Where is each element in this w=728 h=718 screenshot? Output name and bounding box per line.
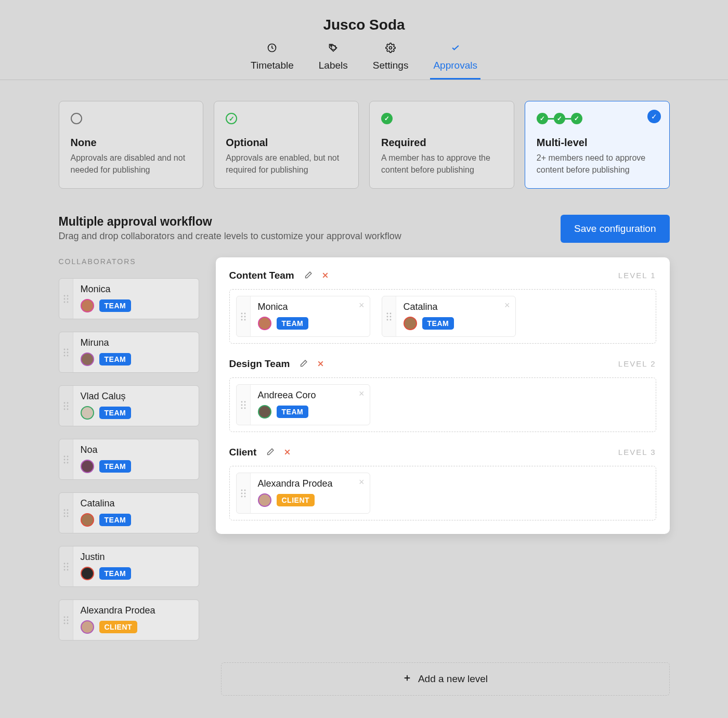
option-title: Multi-level: [537, 137, 658, 149]
svg-point-58: [244, 401, 245, 402]
option-none[interactable]: None Approvals are disabled and not need…: [59, 101, 204, 189]
avatar: [258, 493, 271, 507]
delete-level-button[interactable]: [281, 446, 294, 459]
drag-handle-icon[interactable]: [237, 296, 250, 336]
svg-point-50: [244, 319, 245, 320]
svg-point-33: [63, 563, 65, 564]
svg-point-9: [63, 348, 65, 350]
remove-member-icon[interactable]: ×: [359, 389, 365, 398]
svg-point-19: [63, 408, 65, 410]
avatar: [258, 405, 271, 419]
person-name: Justin: [81, 552, 191, 563]
delete-level-button[interactable]: [314, 357, 327, 370]
tab-label: Settings: [373, 60, 409, 71]
collaborator-card[interactable]: Noa TEAM: [59, 439, 199, 480]
level-dropzone[interactable]: × Monica TEAM × Catalina TEAM: [229, 289, 656, 344]
remove-member-icon[interactable]: ×: [359, 477, 365, 487]
tab-labels[interactable]: Labels: [319, 43, 348, 80]
remove-member-icon[interactable]: ×: [359, 301, 365, 310]
collaborator-card[interactable]: Miruna TEAM: [59, 332, 199, 373]
drag-handle-icon[interactable]: [59, 493, 73, 533]
option-desc: Approvals are disabled and not needed fo…: [71, 152, 192, 176]
svg-point-35: [63, 566, 65, 567]
delete-level-button[interactable]: [319, 269, 332, 282]
drag-handle-icon[interactable]: [59, 386, 73, 426]
svg-point-60: [244, 404, 245, 406]
plus-icon: [402, 673, 412, 685]
avatar: [81, 460, 94, 473]
edit-level-button[interactable]: [297, 357, 310, 370]
section-subtitle: Drag and drop collaborators and create l…: [59, 231, 401, 242]
svg-point-29: [63, 512, 65, 514]
save-configuration-button[interactable]: Save configuration: [561, 215, 669, 243]
collaborator-card[interactable]: Alexandra Prodea CLIENT: [59, 599, 199, 641]
option-required[interactable]: ✓ Required A member has to approve the c…: [369, 101, 514, 189]
avatar: [81, 406, 94, 420]
member-card[interactable]: × Catalina TEAM: [382, 296, 516, 337]
role-badge: TEAM: [99, 353, 132, 365]
svg-point-57: [241, 401, 242, 402]
edit-level-button[interactable]: [302, 269, 315, 282]
drag-handle-icon[interactable]: [59, 279, 73, 319]
level-block: Design Team LEVEL 2 × Andreea Coro TEAM: [229, 357, 656, 432]
svg-point-37: [63, 569, 65, 570]
person-name: Vlad Caluș: [81, 391, 191, 402]
role-badge: TEAM: [99, 567, 132, 580]
svg-point-40: [67, 616, 68, 618]
approval-options: None Approvals are disabled and not need…: [59, 101, 670, 189]
level-title: Design Team: [229, 358, 290, 370]
level-title: Content Team: [229, 270, 294, 281]
tab-label: Timetable: [251, 60, 294, 71]
svg-point-51: [386, 312, 388, 314]
tab-approvals[interactable]: Approvals: [433, 43, 477, 80]
person-name: Monica: [258, 302, 362, 312]
drag-handle-icon[interactable]: [59, 600, 73, 640]
option-multi-level[interactable]: ✓ ✓ ✓ ✓ Multi-level 2+ members need to a…: [525, 101, 670, 189]
option-desc: Approvals are enabled, but not required …: [226, 152, 347, 176]
collaborator-card[interactable]: Justin TEAM: [59, 546, 199, 587]
avatar: [404, 317, 417, 330]
collaborator-card[interactable]: Monica TEAM: [59, 278, 199, 319]
level-dropzone[interactable]: × Andreea Coro TEAM: [229, 377, 656, 432]
svg-point-25: [63, 462, 65, 463]
svg-point-28: [67, 509, 68, 511]
edit-level-button[interactable]: [264, 446, 277, 459]
svg-point-67: [241, 495, 242, 497]
tab-timetable[interactable]: Timetable: [251, 43, 294, 80]
svg-point-34: [67, 563, 68, 564]
svg-point-53: [386, 316, 388, 317]
drag-handle-icon[interactable]: [59, 439, 73, 479]
member-card[interactable]: × Monica TEAM: [236, 296, 370, 337]
member-card[interactable]: × Alexandra Prodea CLIENT: [236, 473, 370, 514]
drag-handle-icon[interactable]: [237, 473, 250, 513]
drag-handle-icon[interactable]: [59, 546, 73, 586]
remove-member-icon[interactable]: ×: [504, 301, 510, 310]
option-optional[interactable]: ✓ Optional Approvals are enabled, but no…: [214, 101, 359, 189]
tab-settings[interactable]: Settings: [373, 43, 409, 80]
member-card[interactable]: × Andreea Coro TEAM: [236, 384, 370, 425]
level-block: Content Team LEVEL 1 × Monica TEAM ×: [229, 269, 656, 344]
circle-empty-icon: [71, 113, 82, 124]
svg-point-27: [63, 509, 65, 511]
section-title: Multiple approval workflow: [59, 215, 401, 229]
svg-point-16: [67, 402, 68, 403]
svg-point-48: [244, 316, 245, 317]
drag-handle-icon[interactable]: [237, 385, 250, 425]
clock-icon: [267, 43, 277, 56]
collaborator-card[interactable]: Vlad Caluș TEAM: [59, 385, 199, 426]
level-title: Client: [229, 447, 257, 458]
svg-point-41: [63, 619, 65, 621]
check-icon: [450, 43, 461, 56]
svg-point-54: [389, 316, 391, 317]
collaborator-card[interactable]: Catalina TEAM: [59, 492, 199, 533]
svg-point-62: [244, 407, 245, 409]
drag-handle-icon[interactable]: [382, 296, 396, 336]
option-title: None: [71, 137, 192, 149]
level-dropzone[interactable]: × Alexandra Prodea CLIENT: [229, 466, 656, 520]
svg-point-38: [67, 569, 68, 570]
drag-handle-icon[interactable]: [59, 332, 73, 372]
tabs: Timetable Labels Settings Approvals: [0, 43, 728, 80]
svg-point-43: [63, 622, 65, 624]
add-level-button[interactable]: Add a new level: [221, 662, 670, 696]
person-name: Alexandra Prodea: [81, 605, 191, 616]
